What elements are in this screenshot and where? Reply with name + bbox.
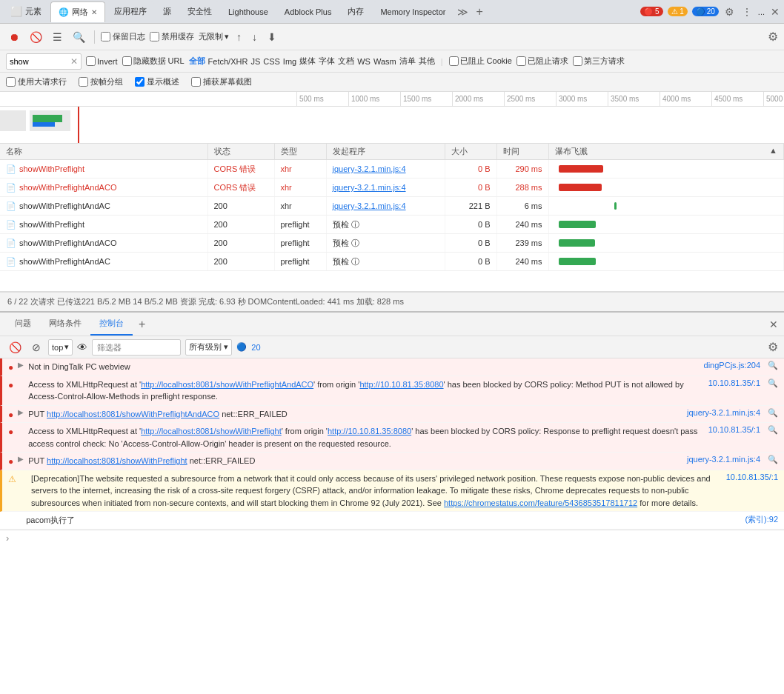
import-har-button[interactable]: ↑ — [233, 30, 245, 44]
tab-lighthouse[interactable]: Lighthouse — [221, 1, 276, 22]
console-clear-button[interactable]: ⊘ — [29, 340, 44, 355]
table-row[interactable]: 📄 showWithPreflightAndACO CORS 错误 xhr jq… — [0, 178, 784, 197]
initiator-link[interactable]: jquery-3.2.1.min.js:4 — [333, 164, 406, 173]
blocked-requests-input[interactable] — [516, 56, 526, 66]
console-link[interactable]: http://localhost:8081/showWithPreflightA… — [47, 410, 219, 418]
blocked-cookies-checkbox[interactable]: 已阻止 Cookie — [449, 56, 512, 67]
console-search-icon[interactable]: 🔍 — [768, 425, 778, 435]
third-party-input[interactable] — [573, 56, 582, 66]
console-search-icon[interactable]: 🔍 — [768, 361, 778, 370]
console-source[interactable]: jquery-3.2.1.min.js:4 — [687, 455, 760, 464]
filter-other[interactable]: 其他 — [419, 56, 435, 67]
tab-app[interactable]: 应用程序 — [107, 1, 154, 22]
console-source[interactable]: 10.10.81.35/:1 — [726, 473, 778, 481]
capture-screenshot-option[interactable]: 捕获屏幕截图 — [191, 76, 252, 87]
console-repl-input[interactable] — [12, 533, 778, 542]
tab-console[interactable]: 控制台 — [90, 313, 133, 336]
filter-toggle-button[interactable]: ☰ — [50, 30, 65, 44]
capture-screenshot-input[interactable] — [191, 77, 201, 87]
tab-issues[interactable]: 问题 — [6, 313, 40, 336]
invert-input[interactable] — [86, 56, 96, 66]
table-row[interactable]: 📄 showWithPreflightAndAC 200 xhr jquery-… — [0, 197, 784, 216]
col-header-initiator[interactable]: 发起程序 — [326, 144, 445, 160]
console-source[interactable]: dingPCjs.js:204 — [704, 361, 760, 370]
console-search-icon[interactable]: 🔍 — [768, 455, 778, 464]
search-button[interactable]: 🔍 — [70, 30, 88, 44]
console-search-icon[interactable]: 🔍 — [768, 408, 778, 418]
col-header-waterfall[interactable]: 瀑布飞溅 ▲ — [548, 144, 784, 160]
expand-icon[interactable]: ▶ — [18, 455, 24, 463]
console-source[interactable]: 10.10.81.35/:1 — [708, 378, 760, 387]
add-panel-button[interactable]: + — [139, 318, 145, 331]
eye-icon[interactable]: 👁 — [77, 341, 87, 353]
new-tab-button[interactable]: + — [476, 5, 482, 19]
filter-css[interactable]: CSS — [263, 57, 280, 66]
filter-img[interactable]: Img — [283, 57, 296, 66]
filter-wasm[interactable]: Wasm — [373, 57, 396, 66]
context-selector[interactable]: top ▾ — [48, 339, 73, 356]
tab-adblock[interactable]: Adblock Plus — [277, 1, 339, 22]
tab-security[interactable]: 安全性 — [180, 1, 219, 22]
large-rows-input[interactable] — [6, 77, 16, 87]
table-row[interactable]: 📄 showWithPreflight 200 preflight 预检 ⓘ 0… — [0, 216, 784, 234]
console-link[interactable]: http://localhost:8081/showWithPreflight — [141, 427, 282, 436]
console-source[interactable]: (索引):92 — [745, 514, 778, 525]
filter-doc[interactable]: 文档 — [338, 56, 354, 67]
col-header-type[interactable]: 类型 — [274, 144, 326, 160]
filter-xhr[interactable]: Fetch/XHR — [208, 57, 248, 66]
filter-media[interactable]: 媒体 — [299, 56, 316, 67]
third-party-checkbox[interactable]: 第三方请求 — [573, 56, 625, 67]
large-rows-option[interactable]: 使用大请求行 — [6, 76, 67, 87]
disable-cache-input[interactable] — [150, 32, 159, 41]
tab-network-conditions[interactable]: 网络条件 — [40, 313, 90, 336]
hide-data-url-input[interactable] — [122, 56, 132, 66]
console-filter-input[interactable] — [92, 339, 181, 356]
filter-ws[interactable]: WS — [357, 57, 371, 66]
col-header-status[interactable]: 状态 — [207, 144, 274, 160]
console-stop-button[interactable]: 🚫 — [6, 340, 24, 355]
table-row[interactable]: 📄 showWithPreflightAndAC 200 preflight 预… — [0, 253, 784, 271]
expand-icon[interactable]: ▶ — [18, 361, 24, 369]
console-link-2[interactable]: http://10.10.81.35:8080 — [328, 427, 411, 436]
throttle-selector[interactable]: 无限制 ▾ — [199, 31, 229, 42]
col-header-size[interactable]: 大小 — [445, 144, 496, 160]
initiator-link[interactable]: jquery-3.2.1.min.js:4 — [333, 201, 406, 210]
console-search-icon[interactable]: 🔍 — [768, 378, 778, 388]
console-link[interactable]: http://localhost:8081/showWithPreflightA… — [141, 380, 313, 389]
search-clear-button[interactable]: ✕ — [70, 56, 78, 67]
tab-elements[interactable]: ⬜ 元素 — [3, 1, 49, 22]
export-har-button[interactable]: ↓ — [249, 30, 260, 44]
tab-memory[interactable]: 内存 — [340, 1, 371, 22]
tab-overflow-icon[interactable]: ≫ — [457, 6, 468, 18]
col-header-name[interactable]: 名称 — [0, 144, 207, 160]
initiator-link[interactable]: jquery-3.2.1.min.js:4 — [333, 183, 406, 192]
blocked-cookies-input[interactable] — [449, 56, 459, 66]
table-row[interactable]: 📄 showWithPreflight CORS 错误 xhr jquery-3… — [0, 160, 784, 178]
tab-network-close[interactable]: ✕ — [91, 8, 97, 16]
blocked-requests-checkbox[interactable]: 已阻止请求 — [516, 56, 568, 67]
tab-network[interactable]: 🌐 网络 ✕ — [50, 1, 105, 22]
search-input[interactable] — [10, 57, 69, 66]
devtools-more-icon[interactable]: ⋮ — [742, 6, 752, 18]
console-link-2[interactable]: http://10.10.81.35:8080 — [359, 380, 443, 389]
clear-har-button[interactable]: ⬇ — [265, 30, 279, 44]
network-settings-icon[interactable]: ⚙ — [768, 30, 778, 44]
group-by-frame-input[interactable] — [79, 77, 88, 87]
invert-checkbox[interactable]: Invert — [86, 56, 118, 66]
expand-icon[interactable]: ▶ — [18, 408, 24, 416]
group-by-frame-option[interactable]: 按帧分组 — [79, 76, 123, 87]
console-source[interactable]: jquery-3.2.1.min.js:4 — [687, 408, 760, 417]
log-level-selector[interactable]: 所有级别 ▾ — [185, 339, 232, 356]
filter-font[interactable]: 字体 — [319, 56, 335, 67]
preserve-log-checkbox[interactable]: 保留日志 — [101, 31, 145, 42]
col-header-time[interactable]: 时间 — [496, 144, 548, 160]
table-row[interactable]: 📄 showWithPreflightAndACO 200 preflight … — [0, 234, 784, 253]
deprecation-link[interactable]: https://chromestatus.com/feature/5436853… — [444, 498, 637, 507]
tab-sources[interactable]: 源 — [156, 1, 179, 22]
devtools-close-icon[interactable]: ✕ — [771, 6, 780, 18]
console-link[interactable]: http://localhost:8081/showWithPreflight — [47, 456, 187, 465]
devtools-settings-icon[interactable]: ⚙ — [725, 6, 734, 18]
close-panel-button[interactable]: ✕ — [769, 318, 778, 330]
clear-button[interactable]: 🚫 — [27, 30, 45, 44]
disable-cache-checkbox[interactable]: 禁用缓存 — [150, 31, 194, 42]
